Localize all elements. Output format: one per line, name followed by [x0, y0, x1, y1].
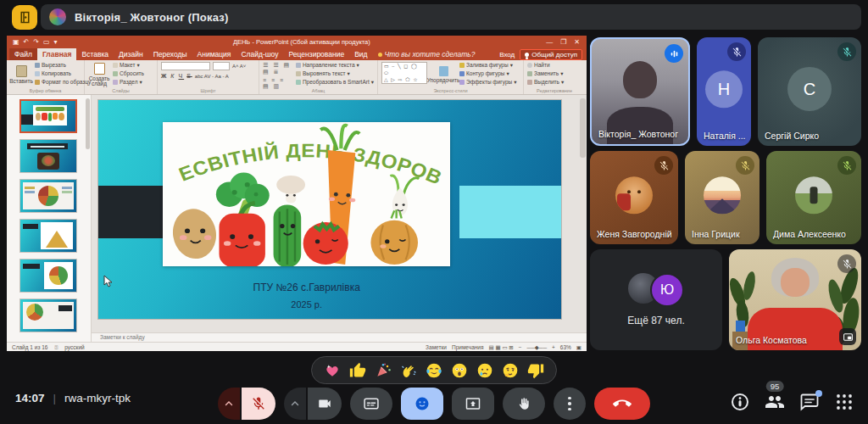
tab-transitions[interactable]: Переходы	[148, 48, 192, 60]
zoom-in-icon[interactable]: +	[552, 344, 555, 350]
view-buttons[interactable]: ▤ ▦ ▭ ⊞	[489, 344, 514, 351]
fit-slide-icon[interactable]: ▣	[576, 344, 581, 351]
speaking-audio-icon	[665, 44, 683, 63]
tile-inna[interactable]: Інна Грицик	[685, 151, 760, 244]
tile-natalia[interactable]: Н Наталія ...	[697, 37, 751, 146]
slide-thumbnail-6[interactable]: 6	[19, 298, 77, 332]
zoom-level[interactable]: 63%	[560, 344, 571, 350]
ppt-share-button[interactable]: Общий доступ	[520, 49, 582, 60]
tile-more-participants[interactable]: Ю Ещё 87 чел.	[590, 249, 722, 350]
thumbs-down-reaction[interactable]	[527, 362, 544, 379]
meeting-details-button[interactable]	[730, 392, 750, 412]
spellcheck-icon[interactable]: ⍰	[54, 344, 58, 351]
astonished-face-reaction[interactable]	[451, 362, 468, 379]
crying-face-reaction[interactable]	[476, 362, 493, 379]
camera-options-chevron[interactable]	[284, 388, 306, 420]
zoom-out-icon[interactable]: −	[519, 344, 522, 350]
slide-thumbnail-2[interactable]: 2	[19, 139, 77, 173]
mic-options-chevron[interactable]	[218, 388, 240, 420]
tab-home[interactable]: Главная	[37, 48, 77, 60]
tab-file[interactable]: Файл	[9, 48, 37, 60]
tile-zhenya[interactable]: Женя Завгородній	[590, 151, 678, 244]
redo-icon[interactable]: ↷	[33, 36, 39, 48]
present-screen-button[interactable]	[452, 388, 494, 420]
restore-icon[interactable]: ❐	[560, 38, 566, 46]
slide-thumbnail-4[interactable]: 4	[19, 219, 77, 253]
chat-panel-button[interactable]	[799, 392, 820, 412]
slide-thumbnail-1[interactable]: 1	[19, 99, 77, 133]
tab-review[interactable]: Рецензирование	[284, 48, 350, 60]
undo-icon[interactable]: ↶	[24, 36, 30, 48]
ppt-quick-access-toolbar[interactable]: ▣ ↶ ↷ ▭ ▾	[13, 36, 58, 48]
shapes-gallery[interactable]: ▭ ⎯ ╲ ◻ ◯ ⬭△ ▷ ⇨ ⬠ ☆〜 ⌒ { } ✦	[381, 62, 427, 84]
start-slideshow-icon[interactable]: ▭	[43, 36, 50, 48]
tears-of-joy-reaction[interactable]	[426, 362, 442, 379]
language-indicator[interactable]: русский	[64, 344, 84, 350]
slide-thumbnail-5[interactable]: 5	[19, 259, 77, 293]
replace-button[interactable]: Заменить ▾	[527, 70, 564, 77]
save-icon[interactable]: ▣	[13, 36, 19, 48]
close-icon[interactable]: ✕	[574, 38, 580, 46]
sparkling-heart-reaction[interactable]	[324, 362, 341, 379]
minimize-icon[interactable]: —	[546, 38, 553, 46]
paste-button[interactable]: Вставить	[10, 62, 32, 87]
clapping-hands-reaction[interactable]	[400, 362, 417, 379]
editor-scrollbar[interactable]	[580, 98, 586, 158]
mic-mute-button[interactable]	[242, 388, 275, 420]
notes-pane[interactable]: Заметки к слайду	[92, 332, 587, 342]
tab-insert[interactable]: Вставка	[76, 48, 114, 60]
leave-call-button[interactable]	[594, 388, 650, 420]
find-button[interactable]: Найти	[527, 62, 564, 69]
shape-fill-button[interactable]: Заливка фигуры ▾	[459, 62, 516, 69]
tile-dima[interactable]: Дима Алексеенко	[766, 151, 861, 244]
bullet-list-icons[interactable]: ☰ ☰ ▤ ▤ ≣	[263, 62, 293, 75]
arrange-button[interactable]: Упорядочить	[430, 62, 457, 87]
tab-animations[interactable]: Анимация	[192, 48, 236, 60]
meeting-room-door-icon[interactable]	[12, 5, 37, 30]
thinking-face-reaction[interactable]	[502, 362, 519, 379]
zoom-slider[interactable]: ──◆──	[527, 344, 547, 351]
camera-toggle-button[interactable]	[308, 388, 342, 420]
activities-button[interactable]	[834, 392, 854, 412]
more-options-button[interactable]	[554, 388, 586, 420]
participants-panel-button[interactable]: 95	[765, 392, 785, 412]
tile-victoria[interactable]: Вікторія_ Жовтоног	[590, 37, 690, 146]
tab-slideshow[interactable]: Слайд-шоу	[236, 48, 283, 60]
picture-in-picture-icon[interactable]	[839, 328, 856, 345]
tile-olga[interactable]: Ольга Косматова	[729, 249, 861, 350]
tab-design[interactable]: Дизайн	[114, 48, 148, 60]
current-slide[interactable]: ВСЕСВІТНІЙ ДЕНЬ ЗДОРОВ'Я	[98, 100, 561, 319]
presenter-pill[interactable]: Вікторія_ Жовтоног (Показ)	[41, 4, 861, 30]
slide-subtitle-line2[interactable]: 2025 р.	[163, 299, 450, 310]
align-text-button[interactable]: Выровнять текст ▾	[296, 70, 374, 77]
notes-toggle[interactable]: Заметки	[426, 344, 447, 350]
captions-button[interactable]	[350, 388, 392, 420]
thumbnail-scrollbar[interactable]	[86, 98, 90, 149]
reset-button[interactable]: Сбросить	[113, 70, 144, 77]
raise-hand-button[interactable]	[503, 388, 545, 420]
select-button[interactable]: Выделить ▾	[527, 79, 564, 86]
thumbs-up-reaction[interactable]	[349, 362, 366, 379]
font-format-buttons[interactable]: ЖКЧSabc AV - Aa - A	[161, 72, 255, 81]
new-slide-button[interactable]: Создать слайд	[88, 62, 110, 87]
party-popper-reaction[interactable]	[375, 362, 392, 379]
reactions-button[interactable]	[401, 388, 443, 420]
ppt-signin-link[interactable]: Вход	[499, 51, 515, 59]
font-size-box[interactable]	[213, 62, 230, 70]
tile-sergiy[interactable]: С Сергій Сирко	[758, 37, 861, 146]
section-button[interactable]: Раздел ▾	[113, 79, 144, 86]
shape-outline-button[interactable]: Контур фигуры ▾	[459, 70, 516, 77]
smartart-button[interactable]: Преобразовать в SmartArt ▾	[296, 79, 374, 86]
cut-button[interactable]: Вырезать	[35, 62, 91, 69]
comments-toggle[interactable]: Примечания	[452, 344, 484, 350]
format-painter-button[interactable]: Формат по образцу	[35, 79, 91, 86]
shape-effects-button[interactable]: Эффекты фигуры ▾	[459, 79, 516, 86]
text-direction-button[interactable]: Направление текста ▾	[296, 62, 374, 69]
font-name-box[interactable]	[161, 62, 210, 70]
copy-button[interactable]: Копировать	[35, 70, 91, 77]
slide-thumbnail-3[interactable]: 3	[19, 179, 77, 213]
tab-view[interactable]: Вид	[349, 48, 372, 60]
layout-button[interactable]: Макет ▾	[113, 62, 144, 69]
slide-subtitle-line1[interactable]: ПТУ №26 с.Гаврилівка	[163, 282, 450, 293]
tell-me-search[interactable]: Что вы хотите сделать?	[373, 48, 481, 60]
